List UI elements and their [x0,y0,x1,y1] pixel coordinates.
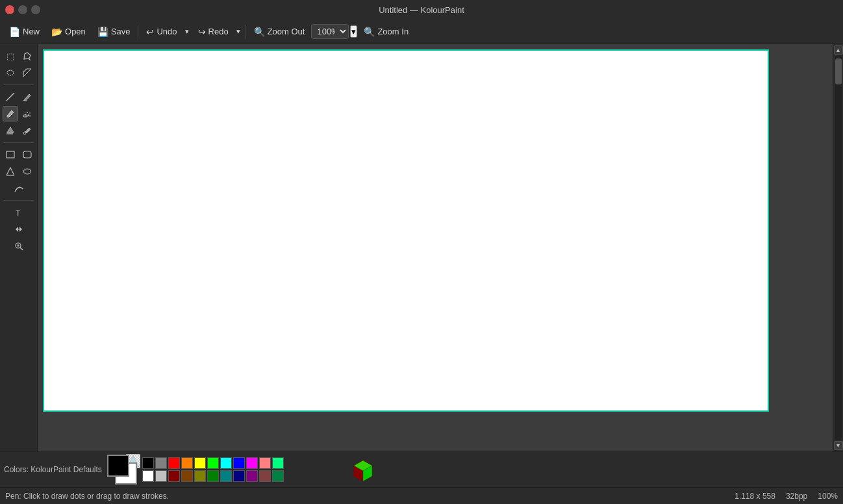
eyedropper-tool[interactable] [19,123,35,138]
zoom-out-button[interactable]: 🔍 Zoom Out [249,24,310,40]
save-label: Save [111,27,131,36]
shape-tools-row3 [11,181,27,196]
color-palette: Colors: KolourPaint Defaults [0,452,843,487]
scroll-track[interactable] [835,56,842,440]
misc-tools-row2 [11,221,27,237]
zoom-tool[interactable] [11,238,27,254]
fill-tool[interactable] [3,123,18,138]
select-rect-tool[interactable]: ⬚ [3,48,18,64]
svg-line-2 [23,69,31,77]
minimize-button[interactable] [18,5,27,14]
rounded-rect-tool[interactable] [19,147,35,162]
color-swatch[interactable] [272,470,284,482]
color-swatch[interactable] [220,457,232,469]
color-swatch[interactable] [155,457,167,469]
zoom-select[interactable]: 100% [311,24,349,39]
new-label: New [23,27,40,36]
svg-line-4 [23,100,24,101]
undo-button[interactable]: ↩ Undo [141,24,182,40]
curve-tool[interactable] [11,181,27,196]
selection-tools-row: ⬚ [3,48,35,64]
color-swatch[interactable] [142,457,154,469]
svg-point-7 [28,114,29,116]
redo-dropdown-button[interactable]: ▾ [234,25,243,38]
canvas-area[interactable] [38,44,833,451]
svg-point-6 [27,112,28,113]
color-swatch[interactable] [181,470,193,482]
shape-tools-row1 [3,147,35,162]
color-swatch[interactable] [207,470,219,482]
contiguous-select-tool[interactable] [19,65,35,81]
open-button[interactable]: 📂 Open [46,24,91,40]
polygon-tool[interactable] [3,164,18,179]
new-icon: 📄 [9,27,20,37]
color-swatch[interactable] [233,457,245,469]
save-button[interactable]: 💾 Save [92,24,136,40]
bit-depth: 32bpp [786,492,807,501]
color-swatch[interactable] [246,470,258,482]
ellipse-tool[interactable] [19,164,35,179]
color-swatch[interactable] [194,457,206,469]
color-swatch[interactable] [259,457,271,469]
color-swatch[interactable] [194,470,206,482]
zoom-dropdown-button[interactable]: ▾ [350,25,357,38]
special-colors [351,458,375,481]
pen-tool[interactable] [19,89,35,105]
color-swatch[interactable] [220,470,232,482]
color-swatch[interactable] [272,457,284,469]
redo-icon: ↪ [198,27,206,37]
new-button[interactable]: 📄 New [4,24,45,40]
window-controls [5,5,40,14]
text-tool[interactable]: T [11,205,27,220]
zoom-in-icon: 🔍 [364,27,375,37]
select-free-tool[interactable] [19,48,35,64]
zoom-in-label: Zoom In [377,27,409,36]
scroll-up-button[interactable]: ▲ [834,45,843,55]
redo-button[interactable]: ↪ Redo [193,24,234,40]
color-swatch[interactable] [207,457,219,469]
separator-1 [138,25,138,39]
redo-group: ↪ Redo ▾ [193,24,243,40]
tool-divider-3 [4,200,34,201]
statusbar: Pen: Click to draw dots or drag to draw … [0,487,843,504]
scroll-down-button[interactable]: ▼ [834,441,843,450]
color-swatch[interactable] [181,457,193,469]
open-icon: 📂 [51,27,62,37]
undo-dropdown-button[interactable]: ▾ [182,25,192,38]
close-button[interactable] [5,5,14,14]
rect-tool[interactable] [3,147,18,162]
scroll-thumb[interactable] [835,58,842,84]
status-right: 1.118 x 558 32bpp 100% [735,492,838,501]
flip-tool[interactable] [11,221,27,237]
brush-tool[interactable] [3,106,18,121]
titlebar: Untitled — KolourPaint [0,0,843,19]
color-swatch[interactable] [233,470,245,482]
airbrush-tool[interactable] [19,106,35,121]
ellipse-select-tool[interactable] [3,65,18,81]
svg-rect-12 [6,132,13,134]
bottom-panel: Colors: KolourPaint Defaults [0,451,843,504]
misc-tools-row1: T [11,205,27,220]
svg-line-3 [6,93,14,101]
maximize-button[interactable] [31,5,40,14]
color-swatch[interactable] [259,470,271,482]
separator-2 [245,25,246,39]
svg-text:T: T [16,208,21,217]
color-swatch[interactable] [246,457,258,469]
color-swatch[interactable] [168,470,180,482]
redo-label: Redo [208,27,229,36]
toolbar: 📄 New 📂 Open 💾 Save ↩ Undo ▾ ↪ Redo ▾ 🔍 … [0,19,843,44]
svg-point-1 [7,70,14,75]
drawing-canvas[interactable] [43,49,769,412]
svg-line-0 [29,58,31,60]
zoom-in-button[interactable]: 🔍 Zoom In [359,24,414,40]
line-tool[interactable] [3,89,18,105]
main-area: ⬚ [0,44,843,451]
color-swatch[interactable] [155,470,167,482]
foreground-color-box[interactable] [107,455,129,477]
color-swatch[interactable] [168,457,180,469]
palette-swatches [142,457,344,482]
color-swatch[interactable] [142,470,154,482]
svg-rect-14 [6,151,14,158]
vertical-scrollbar: ▲ ▼ [833,44,843,451]
